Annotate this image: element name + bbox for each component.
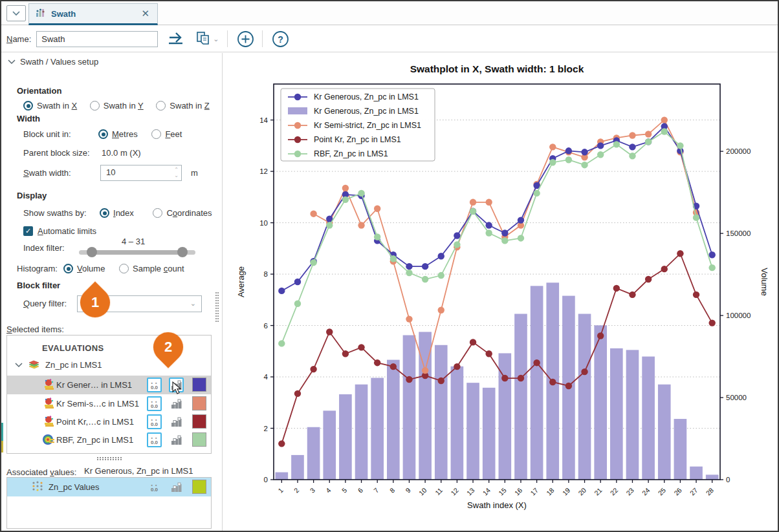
series-color-swatch[interactable] [192,396,206,410]
svg-text:15: 15 [497,486,508,497]
series-color-swatch[interactable] [192,432,206,447]
list-item-kr-semistrict[interactable]: Kr Semi-s…c in LMS1 ▪ ▪0.0 [7,394,211,413]
index-filter-label: Index filter: [23,243,65,253]
svg-text:13: 13 [465,486,476,497]
svg-text:Swath index (X): Swath index (X) [467,500,527,510]
list-item-znpc-values[interactable]: Zn_pc Values ▪ ▪0.0 [7,478,211,496]
slider-handle-max[interactable] [177,247,188,257]
radio-index[interactable]: Index [100,208,134,218]
name-input[interactable] [36,31,158,47]
list-item-point-kr[interactable]: Point Kr,…c in LMS1 ▪ ▪0.0 [7,412,211,431]
associated-values-value: Kr Generous, Zn_pc in LMS1 [84,466,193,476]
svg-text:20: 20 [576,486,587,497]
panel-resize-grip[interactable] [97,457,122,460]
svg-text:Swathplot in X, Swath width: 1: Swathplot in X, Swath width: 1 block [410,63,584,74]
setup-section-header[interactable]: Swath / Values setup [8,57,98,67]
chevron-down-icon: ⌄ [190,299,196,308]
slider-handle-min[interactable] [87,247,97,257]
display-heading: Display [17,191,47,200]
svg-text:16: 16 [513,486,524,497]
series-color-swatch[interactable] [192,414,206,429]
radio-swath-in-y[interactable]: Swath in Y [90,101,144,111]
query-filter-label: Query filter: [23,299,67,308]
svg-text:5: 5 [340,486,349,495]
svg-text:26: 26 [672,486,683,497]
copy-icon [195,30,211,47]
show-swaths-label: Show swaths by: [23,208,87,218]
series-color-swatch[interactable] [192,480,206,494]
add-plot-button[interactable] [237,30,254,48]
clamp-values-button[interactable]: ▪ ▪0.0 [147,378,162,392]
tab-title: Swath [51,9,135,19]
histogram-toggle-button[interactable] [169,396,184,411]
help-button[interactable]: ? [272,30,289,48]
svg-text:18: 18 [545,486,556,497]
svg-text:100000: 100000 [726,312,751,319]
list-item-rbf[interactable]: RBF, Zn_pc in LMS1 ▪ ▪0.0 [7,431,211,449]
tab-swath[interactable]: Swath ✕ [28,3,158,25]
clamp-values-button[interactable]: ▪ ▪0.0 [147,414,162,429]
svg-text:Point Kr, Zn_pc in LMS1: Point Kr, Zn_pc in LMS1 [314,135,401,144]
radio-metres[interactable]: Metres [98,129,138,139]
numeric-model-icon [28,360,40,370]
plus-circle-icon [237,30,254,48]
svg-text:150000: 150000 [726,229,751,237]
panel-splitter[interactable] [215,292,219,322]
tab-list-dropdown-button[interactable] [6,5,26,21]
svg-text:1: 1 [276,486,285,495]
chevron-down-icon [15,363,23,368]
histogram-toggle-button[interactable] [169,480,184,495]
svg-text:4: 4 [264,373,269,381]
swath-width-input[interactable]: 10 ⌃⌄ [100,165,182,181]
histogram-toggle-button[interactable] [169,414,184,429]
setup-header-label: Swath / Values setup [20,57,98,67]
automatic-limits-checkbox[interactable]: ✓ Automatic limits [23,226,96,236]
kriging-estimator-icon [42,397,55,412]
svg-text:Volume: Volume [760,268,769,295]
radio-swath-in-z[interactable]: Swath in Z [156,101,209,111]
radio-sample-count[interactable]: Sample count [119,264,184,273]
clamp-values-button[interactable]: ▪ ▪0.0 [147,480,162,495]
width-heading: Width [17,114,40,123]
tree-item-znpc[interactable]: Zn_pc in LMS1 [15,360,102,370]
histogram-label: Histogram: [17,264,58,273]
associated-values-list: Zn_pc Values ▪ ▪0.0 [6,477,212,529]
list-item-label: Zn_pc Values [49,482,100,492]
svg-text:2: 2 [264,425,268,432]
selected-items-label: Selected items: [6,325,64,334]
index-filter-slider[interactable] [79,247,195,257]
radio-volume[interactable]: Volume [63,264,105,273]
series-color-swatch[interactable] [192,378,206,392]
swath-plot: Swathplot in X, Swath width: 1 block0246… [223,53,779,532]
svg-text:23: 23 [624,486,635,497]
svg-text:27: 27 [688,486,699,497]
tab-close-icon[interactable]: ✕ [140,8,151,19]
toolbar-separator [262,30,263,47]
clamp-values-button[interactable]: ▪ ▪0.0 [147,396,162,411]
index-filter-range-value: 4 – 31 [122,237,145,246]
copy-dropdown-chevron-icon[interactable]: ⌄ [213,35,219,43]
copy-button[interactable]: ⌄ [195,30,219,47]
svg-text:22: 22 [608,486,619,497]
svg-text:19: 19 [561,486,572,497]
settings-panel: Orientation Swath in X Swath in Y Swath … [1,71,221,531]
clamp-values-button[interactable]: ▪ ▪0.0 [147,432,162,447]
export-button[interactable] [167,31,186,47]
radio-coordinates[interactable]: Coordinates [153,208,212,218]
radio-feet[interactable]: Feet [151,129,182,139]
toolbar: Name: ⌄ ? [1,26,778,52]
block-unit-label: Block unit in: [23,129,71,139]
orientation-heading: Orientation [17,86,61,96]
svg-text:0: 0 [726,476,730,484]
tree-item-label: Zn_pc in LMS1 [45,360,102,370]
svg-text:3: 3 [308,486,316,495]
spinner-arrows-icon[interactable]: ⌃⌄ [174,167,179,178]
app-window: Swath ✕ Name: ⌄ ? Swath / Values setup O… [0,0,779,532]
svg-text:7: 7 [372,486,380,495]
histogram-toggle-button[interactable] [169,432,184,447]
swath-width-label: Swath width: [23,168,71,178]
export-icon [167,31,186,47]
radio-swath-in-x[interactable]: Swath in X [23,101,77,111]
toolbar-separator [227,30,228,47]
associated-values-label: Associated values: [6,467,76,477]
